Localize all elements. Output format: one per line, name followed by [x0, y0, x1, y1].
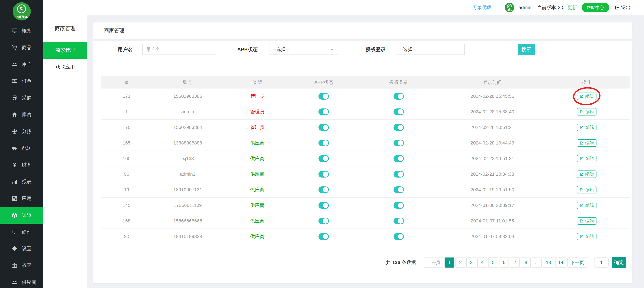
home-icon [12, 112, 18, 118]
page-button-1[interactable]: 1 [444, 258, 454, 268]
app-status-toggle[interactable] [318, 124, 329, 131]
edit-button[interactable]: 编辑 [577, 93, 596, 100]
app-status-toggle[interactable] [318, 202, 329, 209]
page-button-2[interactable]: 2 [456, 258, 465, 268]
type-cell: 供应商 [223, 218, 292, 224]
auth-login-toggle[interactable] [394, 93, 404, 100]
operation-cell: 编辑 [544, 217, 630, 225]
submenu-item-商家管理[interactable]: 商家管理 [43, 42, 87, 59]
auth-login-toggle[interactable] [394, 233, 404, 240]
sidebar-item-label: 用户 [22, 61, 32, 68]
page-button-14[interactable]: 14 [555, 258, 566, 268]
username-input[interactable] [142, 44, 216, 55]
sidebar-item-硬件[interactable]: 硬件 [0, 224, 43, 240]
page-ellipsis: ... [532, 258, 542, 268]
auth-login-toggle[interactable] [394, 140, 404, 146]
edit-button[interactable]: 编辑 [577, 202, 596, 209]
app-status-toggle[interactable] [318, 140, 329, 146]
edit-button[interactable]: 编辑 [577, 217, 596, 225]
page-button-13[interactable]: 13 [543, 258, 554, 268]
sidebar-item-订单[interactable]: 订单 [0, 73, 43, 90]
confirm-page-button[interactable]: 确定 [612, 257, 626, 268]
username-label: admin [518, 5, 531, 10]
next-page-button[interactable]: 下一页 [568, 258, 587, 268]
sidebar-item-概览[interactable]: 概览 [0, 22, 43, 39]
id-cell: 20 [101, 234, 152, 239]
sidebar-item-库房[interactable]: 库房 [0, 106, 43, 123]
sidebar-item-应用[interactable]: 应用 [0, 190, 43, 207]
login-time-cell: 2024-02-28 15:38:40 [441, 109, 544, 115]
auth-login-toggle[interactable] [394, 218, 404, 224]
app-status-toggle[interactable] [318, 186, 329, 193]
auth-login-toggle[interactable] [394, 186, 404, 193]
app-status-toggle[interactable] [318, 93, 329, 100]
app-status-cell [292, 202, 356, 209]
edit-button[interactable]: 编辑 [577, 139, 596, 147]
sidebar-item-label: 应用 [22, 195, 32, 202]
app-status-select[interactable]: --选择-- [269, 44, 338, 55]
id-cell: 145 [101, 203, 152, 208]
sidebar-item-采购[interactable]: 采购 [0, 90, 43, 106]
app-status-toggle[interactable] [318, 233, 329, 240]
auth-login-toggle[interactable] [394, 124, 404, 131]
type-cell: 供应商 [223, 202, 292, 209]
operation-cell: 编辑 [544, 186, 630, 193]
username-filter-label: 用户名 [118, 46, 133, 53]
operation-cell: 编辑 [544, 202, 630, 209]
page-button-5[interactable]: 5 [488, 258, 498, 268]
page-button-7[interactable]: 7 [510, 258, 520, 268]
account-cell: 15602983385 [152, 94, 223, 99]
login-time-cell: 2024-02-28 10:44:43 [441, 140, 544, 146]
edit-button[interactable]: 编辑 [577, 170, 596, 178]
page-button-6[interactable]: 6 [499, 258, 509, 268]
sidebar-item-供应商[interactable]: 供应商 [0, 274, 43, 288]
sidebar-item-财务[interactable]: 财务 [0, 156, 43, 173]
app-status-toggle[interactable] [318, 218, 329, 224]
column-header-类型: 类型 [223, 79, 292, 86]
id-cell: 171 [101, 94, 152, 99]
dashed-divider [101, 70, 619, 70]
page-button-4[interactable]: 4 [477, 258, 487, 268]
column-header-APP状态: APP状态 [292, 79, 356, 86]
site-name-link[interactable]: 万象优鲜 [472, 4, 492, 11]
page-button-3[interactable]: 3 [466, 258, 476, 268]
sidebar-item-商品[interactable]: 商品 [0, 39, 43, 56]
edit-button[interactable]: 编辑 [577, 108, 596, 116]
edit-button[interactable]: 编辑 [577, 186, 596, 193]
auth-login-select[interactable]: --选择-- [396, 44, 465, 55]
app-status-toggle[interactable] [318, 171, 329, 177]
total-suffix: 条数据 [402, 260, 416, 265]
sidebar-item-报表[interactable]: 报表 [0, 173, 43, 190]
update-link[interactable]: 更新 [568, 4, 577, 11]
breadcrumb: 商家管理 [93, 22, 632, 38]
sidebar-item-分拣[interactable]: 分拣 [0, 123, 43, 140]
app-status-toggle[interactable] [318, 155, 329, 162]
sidebar-item-设置[interactable]: 设置 [0, 240, 43, 257]
sidebar-item-配送[interactable]: 配送 [0, 140, 43, 156]
prev-page-button[interactable]: 上一页 [424, 258, 444, 268]
user-avatar[interactable]: 万象优鲜 [504, 3, 514, 12]
edit-button[interactable]: 编辑 [577, 233, 596, 240]
page-jump-input[interactable] [594, 258, 608, 268]
help-center-button[interactable]: 帮助中心 [582, 3, 609, 12]
total-count: 136 [392, 260, 400, 265]
login-time-cell: 2024-01-07 09:33:04 [441, 234, 544, 239]
column-header-登录时间: 登录时间 [441, 79, 544, 86]
submenu-item-获取应用[interactable]: 获取应用 [43, 59, 87, 75]
auth-login-toggle[interactable] [394, 171, 404, 177]
logout-button[interactable]: 退出 [614, 4, 630, 11]
auth-login-toggle[interactable] [394, 202, 404, 209]
edit-button-label: 编辑 [585, 155, 594, 161]
edit-button[interactable]: 编辑 [577, 124, 596, 131]
sidebar-item-用户[interactable]: 用户 [0, 56, 43, 73]
sidebar-item-权限[interactable]: 权限 [0, 257, 43, 274]
app-status-toggle[interactable] [318, 109, 329, 115]
sidebar-item-渠道[interactable]: 渠道 [0, 207, 43, 224]
auth-login-toggle[interactable] [394, 109, 404, 115]
brand-logo-icon: 万象优鲜 [12, 2, 31, 21]
page-button-8[interactable]: 8 [521, 258, 531, 268]
operation-cell: 编辑 [544, 170, 630, 178]
auth-login-toggle[interactable] [394, 155, 404, 162]
search-button[interactable]: 搜索 [518, 44, 536, 55]
edit-button[interactable]: 编辑 [577, 155, 596, 162]
